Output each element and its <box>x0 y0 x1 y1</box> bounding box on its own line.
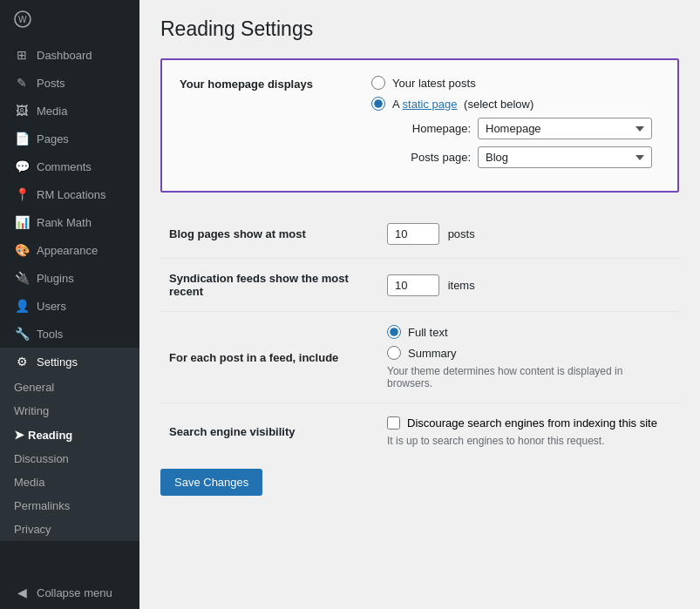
sidebar-item-rank-math[interactable]: 📊 Rank Math <box>0 208 139 236</box>
main-content: Reading Settings Your homepage displays … <box>139 0 700 609</box>
static-page-link[interactable]: static page <box>403 98 458 111</box>
syndication-label: Syndication feeds show the most recent <box>160 259 378 312</box>
search-visibility-checkbox-label: Discourage search engines from indexing … <box>407 416 657 430</box>
settings-submenu: General Writing ➤ Reading Discussion Med… <box>0 376 139 541</box>
search-visibility-row: Search engine visibility Discourage sear… <box>160 403 679 461</box>
save-changes-button[interactable]: Save Changes <box>160 469 262 496</box>
sidebar-item-users[interactable]: 👤 Users <box>0 292 139 320</box>
wp-logo-icon: W <box>14 10 31 30</box>
page-title: Reading Settings <box>160 17 679 41</box>
sidebar-item-tools[interactable]: 🔧 Tools <box>0 320 139 348</box>
feed-radio-summary-row: Summary <box>387 346 670 360</box>
posts-page-select[interactable]: Blog <box>478 146 652 168</box>
sidebar-item-rm-locations[interactable]: 📍 RM Locations <box>0 180 139 208</box>
users-icon: 👤 <box>14 298 30 314</box>
posts-page-label: Posts page: <box>392 151 471 164</box>
blog-pages-control: posts <box>378 210 679 259</box>
syndication-suffix: items <box>448 279 475 292</box>
feed-note: Your theme determines how content is dis… <box>387 365 670 389</box>
sidebar-item-dashboard[interactable]: ⊞ Dashboard <box>0 41 139 69</box>
feed-radio-full-label: Full text <box>408 326 448 339</box>
blog-pages-suffix: posts <box>448 227 475 240</box>
homepage-radio-latest-label: Your latest posts <box>392 77 476 90</box>
blog-pages-label: Blog pages show at most <box>160 210 378 259</box>
homepage-radio-static[interactable] <box>371 97 385 111</box>
homepage-radio-static-label: A static page (select below) <box>392 98 533 111</box>
sidebar-submenu-permalinks[interactable]: Permalinks <box>0 494 139 518</box>
appearance-icon: 🎨 <box>14 242 30 258</box>
feed-radio-full[interactable] <box>387 325 401 339</box>
syndication-input[interactable] <box>387 274 439 296</box>
blog-pages-input[interactable] <box>387 223 439 245</box>
settings-table: Blog pages show at most posts Syndicatio… <box>160 210 679 460</box>
homepage-displays-section: Your homepage displays Your latest posts… <box>160 58 679 193</box>
sidebar-submenu-reading[interactable]: ➤ Reading <box>0 423 139 447</box>
homepage-select-row: Homepage: Homepage <box>392 118 660 139</box>
sidebar-item-plugins[interactable]: 🔌 Plugins <box>0 264 139 292</box>
collapse-menu-button[interactable]: ◀ Collapse menu <box>0 576 139 609</box>
sidebar-item-settings[interactable]: ⚙ Settings <box>0 348 139 376</box>
rank-math-icon: 📊 <box>14 214 30 230</box>
pages-icon: 📄 <box>14 131 30 146</box>
posts-icon: ✎ <box>14 75 30 91</box>
syndication-row: Syndication feeds show the most recent i… <box>160 259 679 312</box>
sidebar-item-pages[interactable]: 📄 Pages <box>0 125 139 152</box>
homepage-radio-latest-row: Your latest posts <box>371 76 660 90</box>
search-visibility-checkbox-row: Discourage search engines from indexing … <box>387 416 670 430</box>
sidebar-item-posts[interactable]: ✎ Posts <box>0 69 139 97</box>
svg-text:W: W <box>18 15 27 24</box>
sidebar-submenu-privacy[interactable]: Privacy <box>0 518 139 541</box>
feed-include-row: For each post in a feed, include Full te… <box>160 312 679 403</box>
comments-icon: 💬 <box>14 159 30 174</box>
search-visibility-control: Discourage search engines from indexing … <box>378 403 679 461</box>
sidebar-item-appearance[interactable]: 🎨 Appearance <box>0 236 139 264</box>
settings-icon: ⚙ <box>14 354 30 369</box>
rm-locations-icon: 📍 <box>14 186 30 202</box>
feed-radio-summary-label: Summary <box>408 347 457 360</box>
feed-radio-summary[interactable] <box>387 346 401 360</box>
search-visibility-checkbox[interactable] <box>387 416 400 430</box>
syndication-control: items <box>378 259 679 312</box>
sidebar-submenu-writing[interactable]: Writing <box>0 399 139 423</box>
search-visibility-note: It is up to search engines to honor this… <box>387 435 670 447</box>
homepage-controls: Your latest posts A static page (select … <box>371 76 660 175</box>
blog-pages-row: Blog pages show at most posts <box>160 210 679 259</box>
sidebar-item-comments[interactable]: 💬 Comments <box>0 152 139 180</box>
sidebar-submenu-general[interactable]: General <box>0 376 139 399</box>
feed-radio-full-row: Full text <box>387 325 670 339</box>
feed-include-control: Full text Summary Your theme determines … <box>378 312 679 403</box>
sidebar-submenu-discussion[interactable]: Discussion <box>0 447 139 470</box>
reading-arrow-icon: ➤ <box>14 428 24 442</box>
collapse-icon: ◀ <box>14 585 30 600</box>
homepage-radio-static-row: A static page (select below) <box>371 97 660 111</box>
sidebar-submenu-media[interactable]: Media <box>0 470 139 494</box>
homepage-select[interactable]: Homepage <box>478 118 652 139</box>
search-visibility-label: Search engine visibility <box>160 403 378 461</box>
sidebar-item-media[interactable]: 🖼 Media <box>0 97 139 125</box>
homepage-select-label: Homepage: <box>392 122 471 135</box>
media-icon: 🖼 <box>14 103 30 118</box>
feed-include-label: For each post in a feed, include <box>160 312 378 403</box>
feed-options: Full text Summary <box>387 325 670 360</box>
sidebar-logo[interactable]: W <box>0 0 139 41</box>
dashboard-icon: ⊞ <box>14 47 30 63</box>
posts-page-select-row: Posts page: Blog <box>392 146 660 168</box>
homepage-radio-latest[interactable] <box>371 76 385 90</box>
sidebar: W ⊞ Dashboard ✎ Posts 🖼 Media 📄 Pages 💬 … <box>0 0 139 609</box>
plugins-icon: 🔌 <box>14 270 30 286</box>
homepage-selects: Homepage: Homepage Posts page: Blog <box>371 118 660 168</box>
homepage-displays-label: Your homepage displays <box>180 76 371 91</box>
tools-icon: 🔧 <box>14 326 30 342</box>
